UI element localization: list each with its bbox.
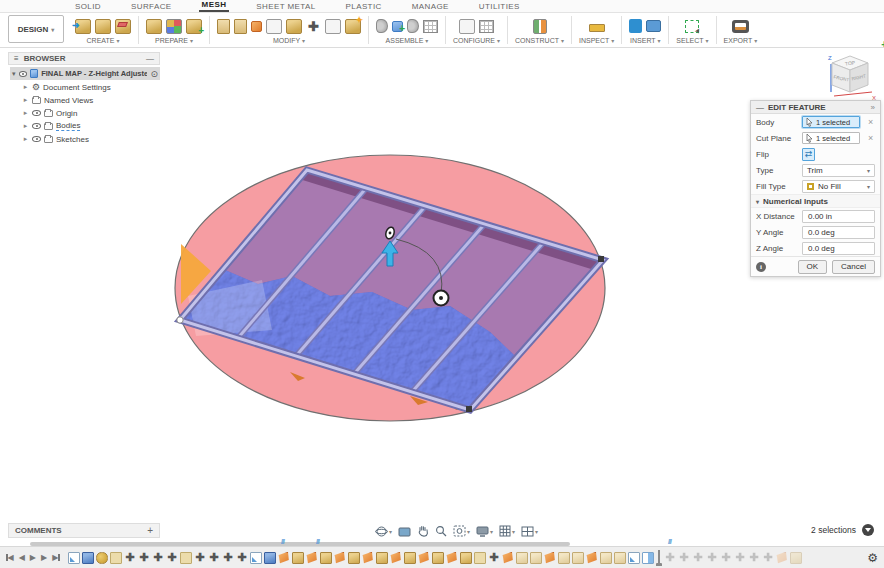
chevron-right-icon[interactable]: ▸: [22, 83, 29, 91]
reduce-icon[interactable]: [266, 19, 282, 34]
timeline-feature-move-icon[interactable]: [124, 552, 136, 564]
clear-selection-icon[interactable]: ×: [868, 133, 873, 143]
timeline-feature-move-icon[interactable]: [194, 552, 206, 564]
timeline-feature-cut-icon[interactable]: [776, 552, 788, 564]
timeline-feature-move-icon[interactable]: [762, 552, 774, 564]
configuration-table-icon[interactable]: [479, 20, 494, 33]
tab-solid[interactable]: SOLID: [72, 0, 104, 12]
timeline-feature-cut-icon[interactable]: [278, 552, 290, 564]
tab-utilities[interactable]: UTILITIES: [476, 0, 523, 12]
move-icon[interactable]: ✚: [306, 19, 321, 34]
chevron-right-icon[interactable]: ▸: [22, 109, 29, 117]
timeline-feature-cube2-icon[interactable]: [572, 552, 584, 564]
timeline-feature-cube2-icon[interactable]: [558, 552, 570, 564]
create-base-feature-icon[interactable]: [95, 19, 111, 34]
timeline-feature-cube-icon[interactable]: [348, 552, 360, 564]
tab-plastic[interactable]: PLASTIC: [343, 0, 385, 12]
timeline-feature-move-icon[interactable]: [664, 552, 676, 564]
browser-header[interactable]: ≡ BROWSER —: [8, 52, 160, 65]
ok-button[interactable]: OK: [798, 260, 828, 274]
export-group-label[interactable]: EXPORT: [724, 37, 758, 44]
timeline-feature-cut-icon[interactable]: [306, 552, 318, 564]
visibility-eye-icon[interactable]: [32, 136, 41, 142]
comments-panel[interactable]: COMMENTS +: [8, 523, 160, 538]
cut-plane-selection-button[interactable]: 1 selected: [802, 132, 860, 144]
add-comment-button[interactable]: +: [147, 525, 153, 536]
selection-filter-icon[interactable]: [862, 524, 874, 536]
z-angle-input[interactable]: 0.0 deg: [802, 242, 875, 255]
timeline-feature-move-icon[interactable]: [236, 552, 248, 564]
x-distance-input[interactable]: 0.00 in: [802, 210, 875, 223]
joint-icon[interactable]: [376, 19, 388, 33]
canvas-icon[interactable]: [646, 20, 661, 32]
go-to-end-button[interactable]: ▶: [52, 553, 60, 562]
plane-cut-icon[interactable]: [217, 19, 230, 34]
new-component-icon[interactable]: +: [392, 21, 403, 32]
numerical-inputs-section[interactable]: ▾ Numerical Inputs: [751, 194, 880, 208]
timeline-feature-cut-icon[interactable]: [390, 552, 402, 564]
tab-mesh[interactable]: MESH: [199, 0, 230, 12]
timeline-feature-cube-icon[interactable]: [376, 552, 388, 564]
timeline-feature-cube-icon[interactable]: [432, 552, 444, 564]
grid-icon[interactable]: ▾: [499, 525, 515, 537]
fill-type-dropdown[interactable]: No Fill ▾: [802, 180, 875, 193]
browser-item-origin[interactable]: ▸ Origin: [10, 107, 160, 119]
zoom-icon[interactable]: [435, 525, 447, 537]
timeline-feature-cube2-icon[interactable]: [530, 552, 542, 564]
modify-group-label[interactable]: MODIFY: [273, 37, 305, 44]
smooth-icon[interactable]: [286, 19, 302, 34]
select-group-label[interactable]: SELECT: [676, 37, 708, 44]
timeline-feature-plane-icon[interactable]: [110, 552, 122, 564]
as-built-joint-icon[interactable]: [407, 19, 419, 33]
erase-and-fill-icon[interactable]: [251, 21, 262, 32]
timeline-feature-section-icon[interactable]: [642, 552, 654, 564]
timeline-feature-cut-icon[interactable]: [418, 552, 430, 564]
tab-sheet-metal[interactable]: SHEET METAL: [253, 0, 318, 12]
configure-group-label[interactable]: CONFIGURE: [453, 37, 500, 44]
timeline-settings-gear-icon[interactable]: ⚙: [861, 551, 884, 565]
tab-surface[interactable]: SURFACE: [128, 0, 175, 12]
export-icon[interactable]: [732, 20, 749, 33]
remesh-icon[interactable]: +: [186, 19, 202, 34]
measure-icon[interactable]: [589, 24, 605, 32]
chevron-right-icon[interactable]: ▸: [22, 122, 29, 130]
collapse-icon[interactable]: —: [756, 103, 764, 112]
timeline-feature-cut-icon[interactable]: [362, 552, 374, 564]
timeline-feature-move-icon[interactable]: [678, 552, 690, 564]
cancel-button[interactable]: Cancel: [832, 260, 875, 274]
select-icon[interactable]: [685, 20, 699, 33]
pan-icon[interactable]: [417, 525, 429, 537]
viewports-icon[interactable]: ▾: [521, 526, 538, 537]
chevron-right-icon[interactable]: ▸: [22, 96, 29, 104]
rigid-group-icon[interactable]: [423, 20, 438, 33]
browser-root-component[interactable]: ▾ FINAL MAP - Z-Height Adjustec... ⊙: [10, 67, 160, 80]
visibility-eye-icon[interactable]: [32, 110, 41, 116]
timeline-feature-body-icon[interactable]: [82, 552, 94, 564]
create-group-label[interactable]: CREATE: [87, 37, 120, 44]
type-dropdown[interactable]: Trim ▾: [802, 164, 875, 177]
timeline-feature-sketch-icon[interactable]: [250, 552, 262, 564]
repair-icon[interactable]: [146, 19, 162, 34]
timeline-feature-cut-icon[interactable]: [586, 552, 598, 564]
timeline-playhead[interactable]: [658, 550, 660, 566]
clear-selection-icon[interactable]: ×: [868, 117, 873, 127]
browser-item-named-views[interactable]: ▸ Named Views: [10, 94, 160, 106]
tab-manage[interactable]: MANAGE: [409, 0, 452, 12]
step-forward-button[interactable]: ▶: [41, 553, 47, 562]
step-back-button[interactable]: ◀: [19, 553, 25, 562]
timeline-feature-cut-icon[interactable]: [446, 552, 458, 564]
chevron-right-icon[interactable]: ▸: [22, 135, 29, 143]
fit-icon[interactable]: ▾: [453, 525, 470, 537]
generate-face-groups-icon[interactable]: [166, 19, 182, 34]
chevron-down-icon[interactable]: ▾: [12, 70, 16, 78]
timeline-feature-body-icon[interactable]: [264, 552, 276, 564]
y-angle-input[interactable]: 0.0 deg: [802, 226, 875, 239]
timeline-feature-cube-icon[interactable]: [320, 552, 332, 564]
timeline-feature-cube-icon[interactable]: [790, 552, 802, 564]
timeline-feature-move-icon[interactable]: [166, 552, 178, 564]
visibility-eye-icon[interactable]: [32, 123, 41, 129]
timeline-feature-cube2-icon[interactable]: [614, 552, 626, 564]
timeline-feature-cut-icon[interactable]: [544, 552, 556, 564]
timeline-feature-move-icon[interactable]: [138, 552, 150, 564]
orbit-icon[interactable]: ▾: [375, 525, 392, 538]
